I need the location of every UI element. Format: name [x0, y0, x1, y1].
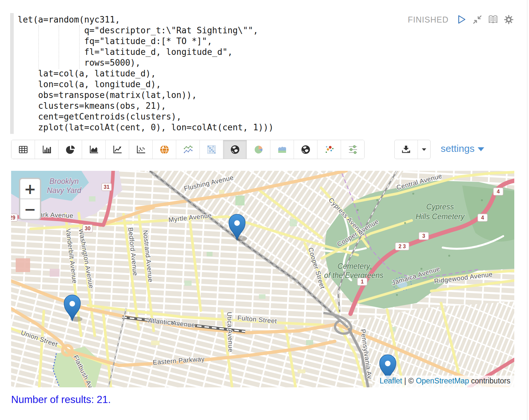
table-icon[interactable]	[11, 140, 35, 159]
pie-chart-icon[interactable]	[59, 140, 82, 159]
zoom-out-button[interactable]: −	[20, 199, 40, 219]
globe-dark-2-icon[interactable]	[294, 140, 317, 159]
line-chart-icon[interactable]	[106, 140, 129, 159]
shrink-icon[interactable]	[472, 14, 483, 25]
contributors-text: contributors	[469, 377, 510, 385]
download-button[interactable]	[395, 140, 418, 159]
status-badge: FINISHED	[408, 15, 449, 24]
svg-text:1: 1	[361, 279, 364, 284]
sliders-icon[interactable]	[341, 140, 364, 159]
leaflet-link[interactable]: Leaflet	[380, 377, 402, 385]
svg-text:4: 4	[481, 215, 484, 220]
svg-text:29: 29	[11, 215, 15, 220]
openstreetmap-link[interactable]: OpenStreetMap	[416, 377, 469, 385]
svg-text:Cemetery: Cemetery	[337, 262, 370, 270]
editor-gutter	[10, 13, 14, 134]
bar-chart-icon[interactable]	[35, 140, 59, 159]
visualization-toolbar	[11, 140, 365, 159]
zeppelin-paragraph: let(a=random(nyc311, q="descriptor_t:\"R…	[0, 0, 529, 420]
line-chart-colored-icon[interactable]	[176, 140, 200, 159]
paragraph-right-border	[527, 0, 527, 420]
globe-orange-icon[interactable]	[153, 140, 176, 159]
settings-label: settings	[441, 143, 474, 154]
area-chart-icon[interactable]	[82, 140, 106, 159]
globe-dark-icon[interactable]	[223, 140, 247, 159]
settings-link[interactable]: settings	[441, 143, 484, 154]
zoom-control: + −	[19, 178, 41, 220]
svg-text:Cypress: Cypress	[426, 202, 454, 211]
download-group	[394, 140, 431, 159]
svg-text:31: 31	[104, 184, 110, 190]
code-editor[interactable]: let(a=random(nyc311, q="descriptor_t:\"R…	[18, 14, 274, 133]
book-icon[interactable]	[488, 14, 498, 25]
svg-text:of the Evergreens: of the Evergreens	[324, 271, 384, 280]
svg-text:3: 3	[422, 233, 425, 239]
results-text: Number of results: 21.	[11, 394, 111, 406]
gear-icon[interactable]	[503, 14, 514, 25]
leaflet-map[interactable]: Flushing AvenueMyrtle AvenuePark AvenueV…	[11, 171, 514, 387]
attribution-separator: |	[402, 377, 408, 385]
svg-text:Navy Yard: Navy Yard	[47, 186, 81, 195]
area-chart-colored-icon[interactable]	[270, 140, 294, 159]
svg-text:4: 4	[497, 189, 500, 194]
heatmap-icon[interactable]	[200, 140, 223, 159]
svg-text:Brooklyn: Brooklyn	[49, 177, 78, 186]
svg-text:2 3: 2 3	[399, 244, 406, 249]
svg-text:Hills Cemetery: Hills Cemetery	[416, 212, 465, 221]
paragraph-controls: FINISHED	[408, 14, 514, 25]
scatter-chart-icon[interactable]	[129, 140, 153, 159]
zoom-in-button[interactable]: +	[20, 179, 40, 199]
copyright-symbol: ©	[408, 377, 416, 385]
svg-text:30: 30	[85, 226, 91, 231]
run-play-icon[interactable]	[456, 14, 467, 25]
svg-text:Utica Avenue: Utica Avenue	[226, 312, 234, 352]
map-canvas: Flushing AvenueMyrtle AvenuePark AvenueV…	[11, 171, 514, 387]
scatter-colored-icon[interactable]	[317, 140, 341, 159]
download-caret-button[interactable]	[418, 140, 430, 159]
pie-chart-colored-icon[interactable]	[247, 140, 270, 159]
chevron-down-icon	[478, 147, 484, 151]
map-attribution: Leaflet | © OpenStreetMap contributors	[375, 376, 514, 387]
